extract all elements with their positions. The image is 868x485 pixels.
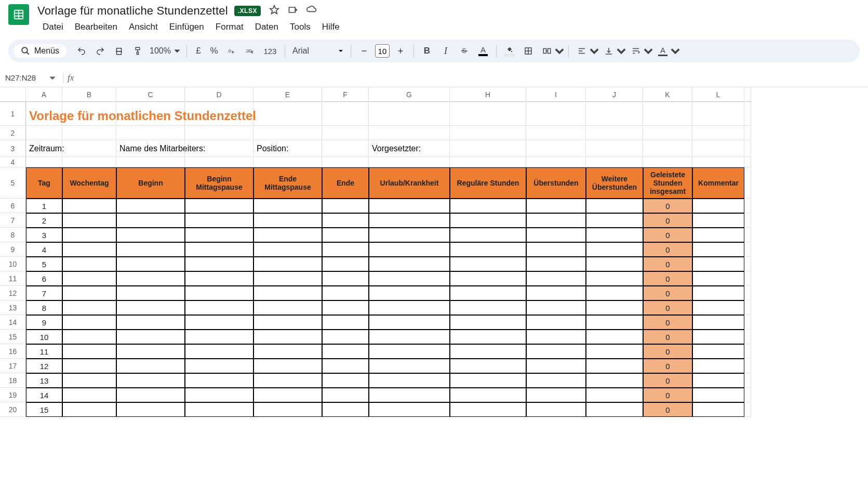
- cell[interactable]: [369, 228, 450, 242]
- cell[interactable]: [692, 228, 744, 242]
- cell[interactable]: [369, 344, 450, 359]
- cell-total[interactable]: 0: [643, 359, 692, 373]
- cell[interactable]: [526, 402, 586, 417]
- cell-day[interactable]: 4: [26, 242, 62, 257]
- cell[interactable]: [369, 213, 450, 228]
- cell[interactable]: [322, 402, 369, 417]
- cell[interactable]: [116, 388, 185, 402]
- menu-daten[interactable]: Daten: [250, 20, 284, 34]
- cell[interactable]: [253, 344, 322, 359]
- cell[interactable]: [369, 388, 450, 402]
- cell[interactable]: [62, 388, 116, 402]
- cell[interactable]: [369, 271, 450, 286]
- row-header[interactable]: 16: [0, 344, 26, 359]
- fill-color-button[interactable]: [501, 43, 518, 59]
- cell[interactable]: [586, 140, 643, 157]
- cell-total[interactable]: 0: [643, 286, 692, 300]
- cell[interactable]: [526, 157, 586, 167]
- cell[interactable]: [62, 228, 116, 242]
- select-all-corner[interactable]: [0, 87, 26, 102]
- cell[interactable]: [253, 242, 322, 257]
- cell[interactable]: [253, 271, 322, 286]
- cell[interactable]: [369, 157, 450, 167]
- row-header[interactable]: 17: [0, 359, 26, 373]
- th-urlaub[interactable]: Urlaub/Krankheit: [369, 167, 450, 199]
- cell[interactable]: [744, 140, 751, 157]
- cell[interactable]: [116, 257, 185, 271]
- cell[interactable]: [526, 102, 586, 126]
- cell[interactable]: [586, 286, 643, 300]
- cell[interactable]: [692, 140, 744, 157]
- cell[interactable]: [62, 315, 116, 330]
- rotate-dropdown[interactable]: [671, 43, 680, 59]
- cell[interactable]: [322, 373, 369, 388]
- cell[interactable]: [450, 300, 526, 315]
- cell[interactable]: [116, 213, 185, 228]
- row-header[interactable]: 8: [0, 228, 26, 242]
- row-header[interactable]: 11: [0, 271, 26, 286]
- cell[interactable]: [526, 242, 586, 257]
- cell[interactable]: [322, 157, 369, 167]
- cell[interactable]: [62, 359, 116, 373]
- cell[interactable]: [692, 199, 744, 213]
- cell-A1[interactable]: Vorlage für monatlichen Stundenzettel: [26, 102, 62, 126]
- cell[interactable]: [185, 157, 253, 167]
- cell[interactable]: [450, 242, 526, 257]
- cell[interactable]: [526, 315, 586, 330]
- cell[interactable]: [586, 359, 643, 373]
- cell[interactable]: [744, 344, 751, 359]
- cell[interactable]: [253, 315, 322, 330]
- cell[interactable]: [450, 228, 526, 242]
- cell[interactable]: [116, 330, 185, 344]
- row-header[interactable]: 5: [0, 167, 26, 199]
- row-header[interactable]: 14: [0, 315, 26, 330]
- cell[interactable]: [526, 140, 586, 157]
- cell[interactable]: [692, 388, 744, 402]
- cell-day[interactable]: 15: [26, 402, 62, 417]
- cell[interactable]: [450, 199, 526, 213]
- th-beginn[interactable]: Beginn: [116, 167, 185, 199]
- row-header[interactable]: 12: [0, 286, 26, 300]
- cell[interactable]: [526, 213, 586, 228]
- cell[interactable]: [586, 126, 643, 140]
- cell[interactable]: [116, 344, 185, 359]
- print-button[interactable]: [110, 43, 128, 59]
- cell[interactable]: [369, 199, 450, 213]
- cell[interactable]: [253, 286, 322, 300]
- cell[interactable]: [744, 359, 751, 373]
- cell[interactable]: [116, 373, 185, 388]
- font-size-input[interactable]: [375, 44, 390, 58]
- cell[interactable]: [116, 402, 185, 417]
- cell[interactable]: [185, 199, 253, 213]
- cell[interactable]: [116, 126, 185, 140]
- cell-total[interactable]: 0: [643, 330, 692, 344]
- col-header-H[interactable]: H: [450, 87, 526, 102]
- halign-button[interactable]: [573, 43, 591, 59]
- cell[interactable]: [62, 286, 116, 300]
- menu-bearbeiten[interactable]: Bearbeiten: [70, 20, 123, 34]
- col-header-E[interactable]: E: [253, 87, 322, 102]
- cell[interactable]: [526, 330, 586, 344]
- cell[interactable]: [692, 102, 744, 126]
- cell[interactable]: [185, 315, 253, 330]
- cell[interactable]: [643, 140, 692, 157]
- zoom-select[interactable]: 100%: [148, 46, 182, 56]
- cell[interactable]: [692, 157, 744, 167]
- cell[interactable]: [744, 102, 751, 126]
- cell[interactable]: [744, 199, 751, 213]
- th-weitere[interactable]: Weitere Überstunden: [586, 167, 643, 199]
- col-header-I[interactable]: I: [526, 87, 586, 102]
- cell[interactable]: [322, 213, 369, 228]
- cell[interactable]: [369, 373, 450, 388]
- cell[interactable]: [586, 271, 643, 286]
- cell[interactable]: [62, 330, 116, 344]
- col-header-L[interactable]: L: [692, 87, 744, 102]
- decrease-font-button[interactable]: [355, 43, 373, 59]
- cell[interactable]: [450, 271, 526, 286]
- formula-input[interactable]: [78, 73, 864, 82]
- cell-total[interactable]: 0: [643, 242, 692, 257]
- cell[interactable]: [744, 373, 751, 388]
- increase-font-button[interactable]: [392, 43, 409, 59]
- cell[interactable]: [185, 330, 253, 344]
- wrap-dropdown[interactable]: [644, 43, 653, 59]
